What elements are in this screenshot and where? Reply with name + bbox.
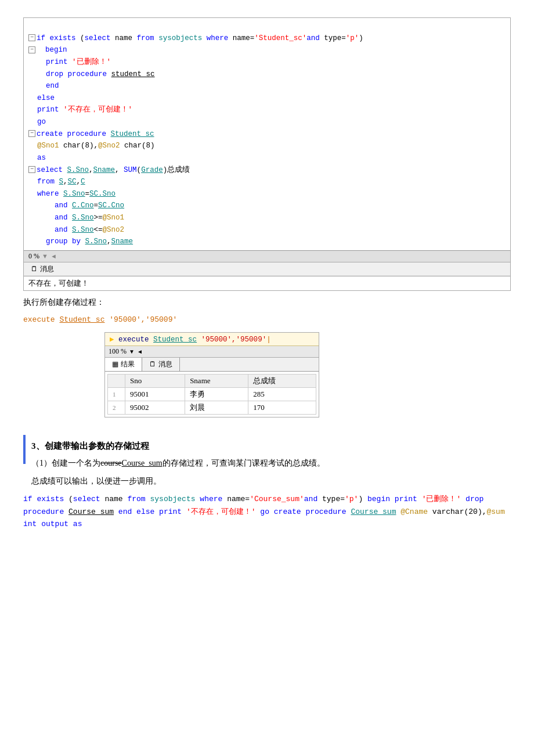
message-panel: 🗒 消息 不存在，可创建！ [24, 262, 510, 290]
status-arrow: ▼ [42, 253, 48, 260]
section-3-content: 3、创建带输出参数的存储过程 （1）创建一个名为courseCourse_sum… [31, 435, 325, 494]
tab-message[interactable]: 🗒 消息 [142, 358, 180, 371]
execute-toolbar: ▶ execute Student_sc '95000','95009'| [105, 333, 319, 346]
fold-icon-4[interactable]: − [28, 166, 35, 173]
execute-result-wrapper: ▶ execute Student_sc '95000','95009'| 10… [104, 332, 319, 417]
result-table-container: Sno Sname 总成绩 1 95001 李勇 285 2 95002 [105, 372, 319, 417]
table-row: 1 95001 李勇 285 [108, 387, 316, 401]
cell-sname-2: 刘晨 [185, 401, 248, 414]
editor-status-bar: 0 % ▼ ◄ [24, 250, 510, 262]
cell-sno-1: 95001 [125, 387, 185, 401]
zoom-arrow[interactable]: ▼ [129, 348, 135, 355]
execute-cmd-line: execute Student_sc '95000','95009' [23, 315, 511, 324]
cell-total-1: 285 [248, 387, 316, 401]
code-block-2: if exists (select name from sysobjects w… [23, 493, 511, 530]
fold-icon-2[interactable]: − [28, 46, 35, 53]
message-content: 不存在，可创建！ [24, 276, 510, 290]
col-header-total: 总成绩 [248, 374, 316, 387]
execute-icon: ▶ [110, 336, 114, 344]
tab-message-label: 消息 [158, 359, 172, 369]
body-text-1: 执行所创建存储过程： [23, 296, 511, 309]
table-icon: ▦ [112, 360, 118, 369]
editor-code-area: −if exists (select name from sysobjects … [24, 18, 510, 250]
execute-line-text: execute Student_sc '95000','95009'| [118, 336, 271, 344]
row-num-1: 1 [108, 387, 125, 401]
status-percent: 0 % [28, 252, 39, 261]
zoom-bullet: ◄ [137, 348, 143, 355]
section-3-title: 3、创建带输出参数的存储过程 [31, 441, 325, 452]
col-header-sno: Sno [125, 374, 185, 387]
msg-icon: 🗒 [149, 360, 156, 369]
cell-sname-1: 李勇 [185, 387, 248, 401]
col-header-sname: Sname [185, 374, 248, 387]
result-tabs: ▦ 结果 🗒 消息 [105, 358, 319, 372]
result-toolbar: 100 % ▼ ◄ [105, 346, 319, 358]
message-icon: 🗒 [31, 265, 38, 273]
status-bullet: ◄ [50, 253, 57, 260]
row-num-2: 2 [108, 401, 125, 414]
fold-icon-3[interactable]: − [28, 130, 35, 137]
editor-window-1: −if exists (select name from sysobjects … [23, 17, 511, 291]
section-3-wrapper: 3、创建带输出参数的存储过程 （1）创建一个名为courseCourse_sum… [23, 435, 511, 494]
message-tab-bar: 🗒 消息 [24, 262, 510, 276]
main-container: −if exists (select name from sysobjects … [23, 17, 511, 531]
result-table: Sno Sname 总成绩 1 95001 李勇 285 2 95002 [107, 374, 316, 415]
table-header-row: Sno Sname 总成绩 [108, 374, 316, 387]
tab-result[interactable]: ▦ 结果 [105, 358, 142, 371]
section-left-bar [23, 435, 26, 464]
cell-sno-2: 95002 [125, 401, 185, 414]
section-3-text2: 总成绩可以输出，以便进一步调用。 [31, 474, 325, 488]
tab-result-label: 结果 [121, 359, 135, 369]
section-3-text1: （1）创建一个名为courseCourse_sum的存储过程，可查询某门课程考试… [31, 456, 325, 470]
message-tab-label[interactable]: 消息 [40, 264, 54, 274]
col-header-empty [108, 374, 125, 387]
table-row: 2 95002 刘晨 170 [108, 401, 316, 414]
cell-total-2: 170 [248, 401, 316, 414]
zoom-level: 100 % [109, 347, 127, 356]
fold-icon-1[interactable]: − [28, 34, 35, 41]
